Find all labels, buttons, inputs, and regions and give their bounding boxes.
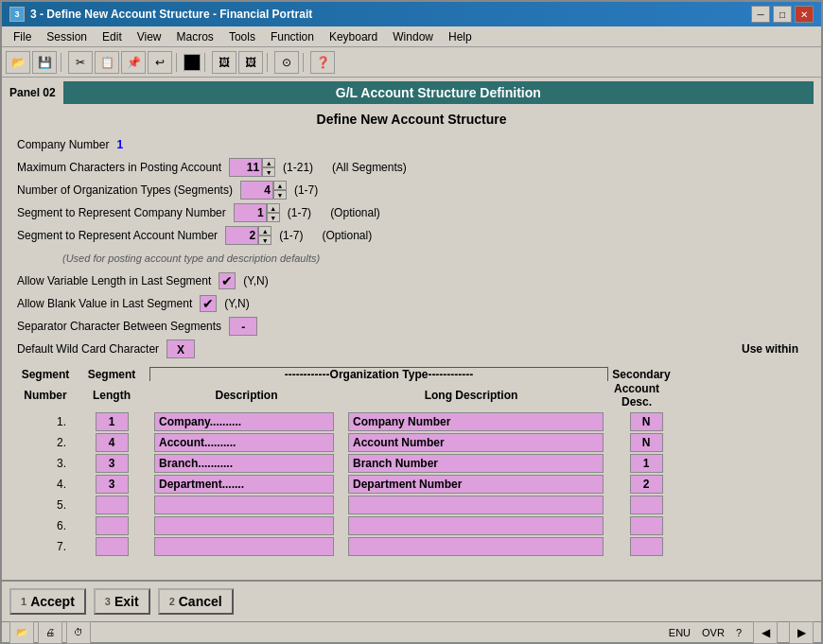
num-org-input[interactable]: 4 (240, 181, 273, 200)
status-btn1[interactable]: 📂 (9, 621, 34, 644)
menu-session[interactable]: Session (39, 28, 95, 45)
seg-desc-input-5[interactable] (154, 496, 334, 514)
menu-window[interactable]: Window (385, 28, 441, 45)
status-btn2[interactable]: 🖨 (38, 621, 62, 644)
col-header-length-sub: Length (74, 389, 149, 402)
max-chars-down[interactable]: ▼ (262, 167, 275, 177)
seg-desc-input-3[interactable] (154, 454, 334, 473)
toolbar-copy-btn[interactable]: 📋 (95, 51, 119, 74)
nav-back-btn[interactable]: ◀ (753, 621, 778, 644)
max-chars-spin[interactable]: 11 ▲ ▼ (229, 158, 275, 177)
toolbar-cut-btn[interactable]: ✂ (68, 51, 93, 74)
seg-company-down[interactable]: ▼ (267, 213, 280, 222)
toolbar-sep1 (61, 53, 64, 72)
menu-file[interactable]: File (6, 28, 39, 45)
num-org-up[interactable]: ▲ (273, 181, 287, 190)
seg-account-spin[interactable]: 2 ▲ ▼ (225, 226, 271, 245)
toolbar-open-btn[interactable]: 📂 (6, 51, 30, 74)
seg-secondary-cell-5 (618, 496, 674, 514)
menu-tools[interactable]: Tools (221, 28, 263, 45)
toolbar-undo-btn[interactable]: ↩ (148, 51, 172, 74)
seg-desc-input-7[interactable] (154, 537, 334, 556)
menu-edit[interactable]: Edit (95, 28, 130, 45)
seg-secondary-input-4[interactable] (630, 475, 663, 494)
menu-function[interactable]: Function (263, 28, 322, 45)
seg-secondary-input-3[interactable] (630, 454, 663, 473)
toolbar-img1-btn[interactable]: 🖼 (212, 51, 236, 74)
separator-input[interactable]: - (229, 317, 257, 336)
col-header-number-sub: Number (17, 389, 74, 402)
seg-secondary-input-1[interactable] (630, 412, 663, 431)
toolbar-circle-btn[interactable]: ⊙ (274, 51, 299, 74)
seg-len-input-4[interactable] (96, 475, 129, 494)
seg-secondary-cell-7 (618, 537, 674, 556)
max-chars-label: Maximum Characters in Posting Account (17, 161, 221, 174)
allow-variable-yn: (Y,N) (243, 274, 268, 287)
seg-secondary-input-7[interactable] (630, 537, 663, 556)
seg-len-input-7[interactable] (96, 537, 129, 556)
seg-desc-input-4[interactable] (154, 475, 334, 494)
seg-desc-input-6[interactable] (154, 516, 334, 535)
seg-len-cell-1 (74, 412, 149, 431)
maximize-button[interactable]: □ (773, 6, 792, 23)
menu-macros[interactable]: Macros (169, 28, 221, 45)
seg-longdesc-input-5[interactable] (348, 496, 604, 514)
seg-company-spin[interactable]: 1 ▲ ▼ (234, 203, 280, 222)
seg-account-up[interactable]: ▲ (258, 226, 271, 235)
toolbar-help-btn[interactable]: ❓ (310, 51, 335, 74)
title-bar-left: 3 3 - Define New Account Structure - Fin… (9, 7, 312, 22)
menu-view[interactable]: View (130, 28, 169, 45)
seg-len-input-6[interactable] (96, 516, 129, 535)
status-btn3[interactable]: ⏱ (66, 621, 91, 644)
seg-len-cell-5 (74, 496, 149, 514)
seg-company-up[interactable]: ▲ (267, 203, 280, 213)
seg-account-input[interactable]: 2 (225, 226, 258, 245)
seg-desc-input-1[interactable] (154, 412, 334, 431)
num-org-spin[interactable]: 4 ▲ ▼ (240, 181, 287, 200)
toolbar-sep5 (303, 53, 306, 72)
seg-company-input[interactable]: 1 (234, 203, 267, 222)
seg-len-input-5[interactable] (96, 496, 129, 514)
cancel-label: Cancel (179, 594, 222, 609)
col-header-segment: Segment (17, 368, 74, 381)
seg-account-down[interactable]: ▼ (258, 235, 271, 245)
accept-button[interactable]: 1 Accept (9, 588, 86, 615)
exit-button[interactable]: 3 Exit (94, 588, 150, 615)
exit-num: 3 (105, 596, 111, 607)
max-chars-up[interactable]: ▲ (262, 158, 275, 167)
cancel-button[interactable]: 2 Cancel (158, 588, 234, 615)
minimize-button[interactable]: ─ (751, 6, 770, 23)
wildcard-input[interactable]: X (166, 339, 195, 358)
close-button[interactable]: ✕ (795, 6, 814, 23)
max-chars-input[interactable]: 11 (229, 158, 262, 177)
seg-longdesc-input-6[interactable] (348, 516, 604, 535)
seg-len-input-1[interactable] (96, 412, 129, 431)
toolbar-img2-btn[interactable]: 🖼 (238, 51, 263, 74)
toolbar-paste-btn[interactable]: 📌 (121, 51, 146, 74)
num-org-down[interactable]: ▼ (273, 190, 287, 200)
seg-secondary-input-6[interactable] (630, 516, 663, 535)
seg-longdesc-input-1[interactable] (348, 412, 604, 431)
seg-len-input-2[interactable] (96, 433, 129, 452)
seg-desc-input-2[interactable] (154, 433, 334, 452)
seg-num-3: 3. (17, 457, 74, 470)
seg-account-range: (1-7) (279, 229, 303, 242)
allow-variable-checkbox[interactable]: ✔ (219, 272, 236, 289)
toolbar-save-btn[interactable]: 💾 (32, 51, 57, 74)
menu-help[interactable]: Help (441, 28, 480, 45)
seg-len-input-3[interactable] (96, 454, 129, 473)
seg-secondary-input-5[interactable] (630, 496, 663, 514)
toolbar-black-btn[interactable] (184, 54, 201, 71)
seg-longdesc-input-2[interactable] (348, 433, 604, 452)
table-header-row1: Segment Segment ------------Organization… (17, 367, 806, 381)
status-question: ? (736, 627, 742, 638)
seg-longdesc-input-4[interactable] (348, 475, 604, 494)
seg-longdesc-input-7[interactable] (348, 537, 604, 556)
allow-blank-checkbox[interactable]: ✔ (200, 295, 217, 312)
seg-secondary-input-2[interactable] (630, 433, 663, 452)
seg-longdesc-input-3[interactable] (348, 454, 604, 473)
form-body: Company Number 1 Maximum Characters in P… (2, 131, 821, 580)
seg-desc-cell-4 (154, 475, 343, 494)
menu-keyboard[interactable]: Keyboard (322, 28, 385, 45)
nav-fwd-btn[interactable]: ▶ (789, 621, 814, 644)
